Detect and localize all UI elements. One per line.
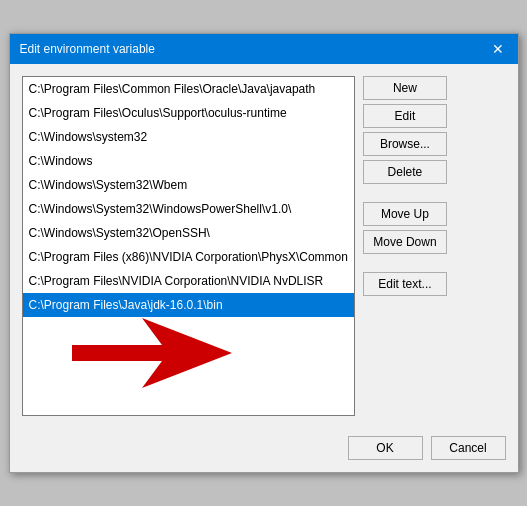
dialog-body: C:\Program Files\Common Files\Oracle\Jav… [10,64,518,428]
delete-button[interactable]: Delete [363,160,447,184]
title-bar: Edit environment variable ✕ [10,34,518,64]
dialog-footer: OK Cancel [10,428,518,472]
list-item[interactable]: C:\Windows\System32\OpenSSH\ [23,221,354,245]
list-item[interactable]: C:\Program Files\Common Files\Oracle\Jav… [23,77,354,101]
list-item[interactable]: C:\Program Files\NVIDIA Corporation\NVID… [23,269,354,293]
button-spacer-1 [363,188,447,198]
edit-button[interactable]: Edit [363,104,447,128]
action-buttons: New Edit Browse... Delete Move Up Move D… [363,76,447,296]
dialog-title: Edit environment variable [20,42,155,56]
edit-text-button[interactable]: Edit text... [363,272,447,296]
close-button[interactable]: ✕ [488,39,508,59]
list-item[interactable]: C:\Program Files (x86)\NVIDIA Corporatio… [23,245,354,269]
browse-button[interactable]: Browse... [363,132,447,156]
button-spacer-2 [363,258,447,268]
cancel-button[interactable]: Cancel [431,436,506,460]
list-item[interactable]: C:\Program Files\Oculus\Support\oculus-r… [23,101,354,125]
list-item[interactable]: C:\Program Files\Java\jdk-16.0.1\bin [23,293,354,317]
list-item[interactable]: C:\Windows\System32\WindowsPowerShell\v1… [23,197,354,221]
env-variable-listbox[interactable]: C:\Program Files\Common Files\Oracle\Jav… [22,76,355,416]
list-item[interactable]: C:\Windows\System32\Wbem [23,173,354,197]
move-down-button[interactable]: Move Down [363,230,447,254]
list-wrapper: C:\Program Files\Common Files\Oracle\Jav… [22,76,355,416]
list-item[interactable]: C:\Windows [23,149,354,173]
ok-button[interactable]: OK [348,436,423,460]
edit-env-variable-dialog: Edit environment variable ✕ C:\Program F… [9,33,519,473]
list-item[interactable]: C:\Windows\system32 [23,125,354,149]
move-up-button[interactable]: Move Up [363,202,447,226]
new-button[interactable]: New [363,76,447,100]
